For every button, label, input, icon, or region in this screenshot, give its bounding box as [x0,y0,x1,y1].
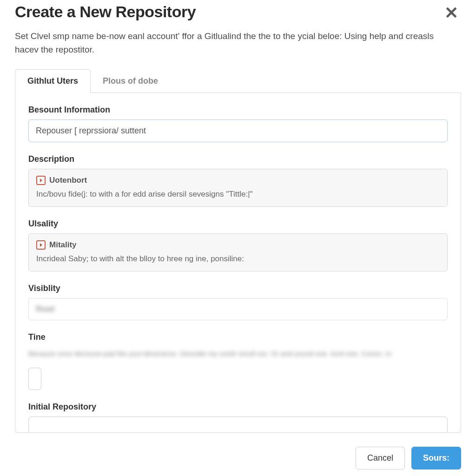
description-card-header: Uotenbort [36,176,440,185]
tab-github-users[interactable]: Githlut Uters [15,69,91,93]
cancel-button[interactable]: Cancel [356,447,405,469]
description-card-desc: Inc/bovu fide(j: to with a for edd arise… [36,189,440,200]
tab-plous-dobe[interactable]: Plous of dobe [91,69,170,93]
initial-repo-group: Initial Repository [28,402,448,433]
tine-group: Tine Because once denouse-pad the youl d… [28,332,448,390]
tab-content: Besount Information Description Uotenbor… [15,93,461,433]
visibility-select[interactable]: Road [28,298,448,320]
modal-header: Create a New Repository ✕ [15,0,461,23]
usability-label: Ulsality [28,219,448,229]
usability-group: Ulsality Mitality Incrideal Saby; to wit… [28,219,448,271]
close-button[interactable]: ✕ [442,3,461,23]
description-label: Description [28,154,448,164]
usability-card: Mitality Incrideal Saby; to with alt the… [28,233,448,271]
visibility-value: Road [36,305,54,313]
close-icon: ✕ [444,3,458,22]
modal-subtitle: Set Clvel smp name be-now eanl account' … [15,30,447,56]
usability-card-title: Mitality [49,240,77,250]
account-label: Besount Information [28,105,448,115]
modal-title: Create a New Repository [15,3,196,21]
description-group: Description Uotenbort Inc/bovu fide(j: t… [28,154,448,207]
repository-name-input[interactable] [28,119,448,142]
tine-checkbox[interactable] [28,368,41,390]
submit-button[interactable]: Sours: [411,447,461,469]
description-card-title: Uotenbort [49,176,87,185]
visibility-group: Visiblity Road [28,284,448,320]
tabs-container: Githlut Uters Plous of dobe [15,69,461,93]
modal-footer: Cancel Sours: [15,433,461,476]
account-info-group: Besount Information [28,105,448,142]
visibility-label: Visiblity [28,284,448,293]
create-repository-modal: Create a New Repository ✕ Set Clvel smp … [0,0,476,476]
usability-card-header: Mitality [36,240,440,250]
tine-label: Tine [28,332,448,342]
description-card: Uotenbort Inc/bovu fide(j: to with a for… [28,169,448,207]
arrow-icon [36,240,46,250]
play-icon [36,176,46,185]
usability-card-desc: Incrideal Saby; to with alt the blloy to… [36,253,440,264]
initial-repo-input[interactable] [28,416,448,433]
initial-repo-label: Initial Repository [28,402,448,412]
tine-description: Because once denouse-pad the youl devera… [28,348,448,360]
